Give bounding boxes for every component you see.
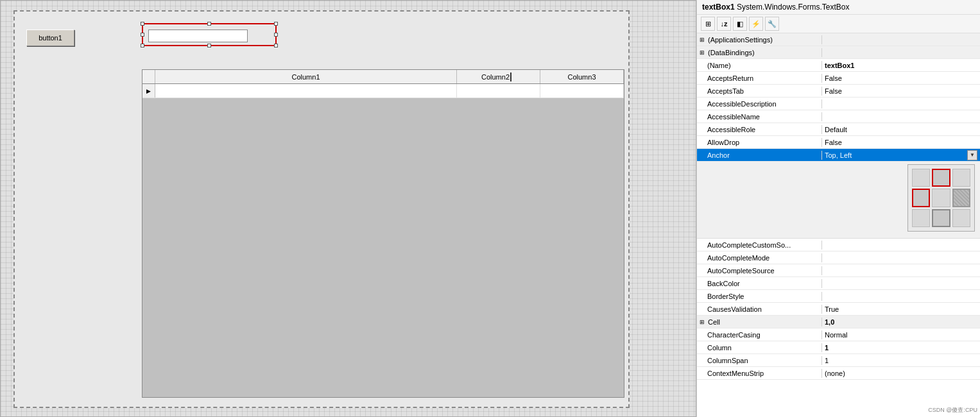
anchor-cell-tl[interactable] bbox=[912, 169, 930, 187]
handle-tl[interactable] bbox=[141, 22, 144, 26]
anchor-cell-br[interactable] bbox=[952, 209, 970, 227]
handle-tm[interactable] bbox=[207, 22, 211, 26]
toolbar-alphabetical-btn[interactable]: ↓z bbox=[717, 17, 731, 31]
prop-causes-validation-value: True bbox=[822, 305, 980, 314]
datagrid-new-row[interactable]: ▶ bbox=[142, 84, 624, 98]
prop-cell[interactable]: ⊞ Cell 1,0 bbox=[697, 316, 980, 328]
textbox1-selected[interactable] bbox=[142, 23, 277, 46]
prop-accessible-desc[interactable]: AccessibleDescription bbox=[697, 98, 980, 110]
properties-panel: textBox1 System.Windows.Forms.TextBox ⊞ … bbox=[696, 0, 980, 417]
props-grid[interactable]: ⊞ (ApplicationSettings) ⊞ (DataBindings)… bbox=[697, 33, 980, 417]
textbox1-input[interactable] bbox=[148, 30, 248, 42]
anchor-cell-bm[interactable] bbox=[932, 209, 950, 227]
prop-character-casing[interactable]: CharacterCasing Normal bbox=[697, 328, 980, 341]
anchor-editor-area bbox=[697, 162, 980, 239]
prop-name-value: textBox1 bbox=[822, 61, 980, 70]
prop-name-row[interactable]: (Name) textBox1 bbox=[697, 59, 980, 72]
datagrid-corner bbox=[142, 70, 155, 83]
prop-context-menu-strip-value: (none) bbox=[822, 369, 980, 378]
prop-column-value: 1 bbox=[822, 343, 980, 352]
anchor-editor[interactable] bbox=[907, 164, 975, 232]
datagrid-cell-r0c2[interactable] bbox=[457, 84, 540, 98]
handle-mr[interactable] bbox=[274, 33, 278, 37]
anchor-cell-ml[interactable] bbox=[912, 189, 930, 207]
form-area[interactable]: button1 Column1 bbox=[13, 10, 630, 408]
prop-accepts-return-value: False bbox=[822, 74, 980, 83]
handle-br[interactable] bbox=[274, 44, 278, 47]
button1-label: button1 bbox=[39, 34, 62, 42]
prop-accepts-tab[interactable]: AcceptsTab False bbox=[697, 85, 980, 98]
prop-context-menu-strip[interactable]: ContextMenuStrip (none) bbox=[697, 367, 980, 380]
toolbar-categorized-btn[interactable]: ⊞ bbox=[701, 17, 715, 31]
datagridview[interactable]: Column1 Column2 Column3 ▶ bbox=[142, 69, 624, 398]
prop-accessible-role[interactable]: AccessibleRole Default bbox=[697, 123, 980, 136]
component-name: textBox1 bbox=[702, 3, 735, 12]
handle-ml[interactable] bbox=[141, 33, 144, 37]
datagrid-header: Column1 Column2 Column3 bbox=[142, 70, 624, 84]
datagrid-cell-r0c1[interactable] bbox=[155, 84, 457, 98]
toolbar-proppage-btn[interactable]: 🔧 bbox=[765, 17, 779, 31]
prop-border-style[interactable]: BorderStyle bbox=[697, 290, 980, 303]
props-title: textBox1 System.Windows.Forms.TextBox bbox=[697, 0, 980, 15]
anchor-cell-mc[interactable] bbox=[932, 189, 950, 207]
prop-column-span-value: 1 bbox=[822, 356, 980, 365]
datagrid-col3-header[interactable]: Column3 bbox=[540, 70, 624, 83]
datagrid-col2-header[interactable]: Column2 bbox=[457, 70, 540, 83]
prop-accessible-name[interactable]: AccessibleName bbox=[697, 110, 980, 123]
expand-icon: ⊞ bbox=[700, 37, 705, 43]
prop-data-bindings[interactable]: ⊞ (DataBindings) bbox=[697, 46, 980, 59]
prop-accepts-return[interactable]: AcceptsReturn False bbox=[697, 72, 980, 85]
datagrid-row-marker: ▶ bbox=[142, 84, 155, 98]
datagrid-body bbox=[142, 98, 624, 397]
props-toolbar: ⊞ ↓z ◧ ⚡ 🔧 bbox=[697, 15, 980, 33]
prop-autocomplete-source[interactable]: AutoCompleteSource bbox=[697, 264, 980, 277]
anchor-cell-tm[interactable] bbox=[932, 169, 950, 187]
prop-column[interactable]: Column 1 bbox=[697, 341, 980, 354]
designer-panel: button1 Column1 bbox=[0, 0, 696, 417]
prop-allow-drop[interactable]: AllowDrop False bbox=[697, 136, 980, 149]
anchor-cell-mr[interactable] bbox=[952, 189, 970, 207]
csdn-watermark: CSDN @傻查:CPU bbox=[928, 406, 977, 414]
prop-anchor[interactable]: Anchor Top, Left ▼ bbox=[697, 149, 980, 162]
component-type-text: System.Windows.Forms.TextBox bbox=[737, 3, 849, 12]
handle-bl[interactable] bbox=[141, 44, 144, 47]
prop-autocomplete-custom[interactable]: AutoCompleteCustomSo... bbox=[697, 239, 980, 251]
anchor-dropdown-btn[interactable]: ▼ bbox=[967, 150, 977, 160]
toolbar-events-btn[interactable]: ⚡ bbox=[749, 17, 763, 31]
prop-app-settings[interactable]: ⊞ (ApplicationSettings) bbox=[697, 33, 980, 46]
prop-column-span[interactable]: ColumnSpan 1 bbox=[697, 354, 980, 367]
toolbar-properties-btn[interactable]: ◧ bbox=[733, 17, 747, 31]
prop-causes-validation[interactable]: CausesValidation True bbox=[697, 303, 980, 316]
prop-accessible-role-value: Default bbox=[822, 125, 980, 134]
expand-icon-3: ⊞ bbox=[700, 319, 705, 325]
prop-back-color[interactable]: BackColor bbox=[697, 277, 980, 290]
prop-allow-drop-value: False bbox=[822, 138, 980, 147]
cursor-indicator bbox=[510, 72, 515, 81]
datagrid-cell-r0c3[interactable] bbox=[540, 84, 624, 98]
button1[interactable]: button1 bbox=[26, 30, 74, 46]
prop-accepts-tab-value: False bbox=[822, 87, 980, 96]
prop-cell-value: 1,0 bbox=[822, 318, 980, 327]
handle-tr[interactable] bbox=[274, 22, 278, 26]
handle-bm[interactable] bbox=[207, 44, 211, 47]
prop-autocomplete-mode[interactable]: AutoCompleteMode bbox=[697, 251, 980, 264]
datagrid-col1-header[interactable]: Column1 bbox=[155, 70, 457, 83]
prop-anchor-value: Top, Left bbox=[825, 151, 967, 159]
prop-character-casing-value: Normal bbox=[822, 330, 980, 339]
anchor-cell-tr[interactable] bbox=[952, 169, 970, 187]
designer-canvas: button1 Column1 bbox=[1, 1, 696, 416]
anchor-cell-bl[interactable] bbox=[912, 209, 930, 227]
expand-icon-2: ⊞ bbox=[700, 49, 705, 56]
